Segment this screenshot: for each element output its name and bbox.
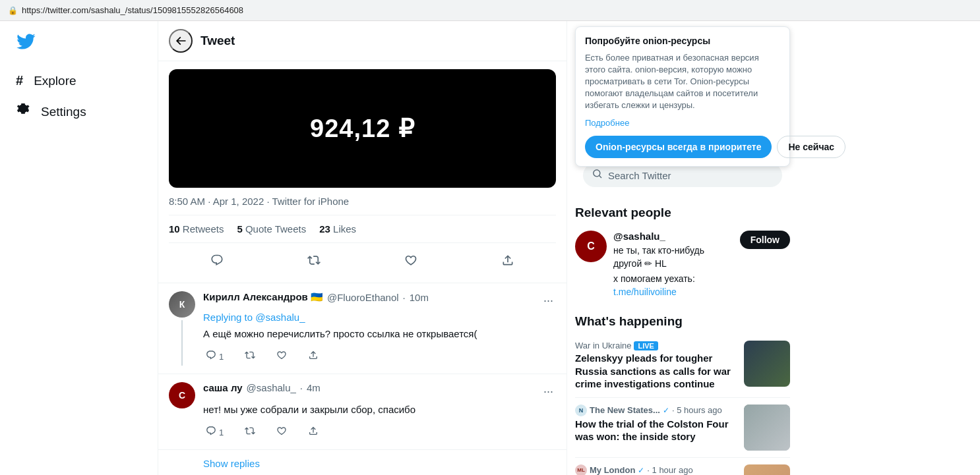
- search-bar[interactable]: [583, 163, 782, 187]
- tweet-main-area: 924,12 ₽ 8:50 AM · Apr 1, 2022 · Twitter…: [158, 61, 567, 283]
- quote-tweets-stat: 5 Quote Tweets: [237, 223, 306, 235]
- bio-link[interactable]: t.me/huilivoiline: [613, 287, 677, 297]
- reply-reply-kyrill[interactable]: 1: [203, 347, 226, 366]
- sidebar-settings-label: Settings: [41, 105, 86, 119]
- reply-item-sasha: С саша лу @sashalu_ · 4m ··· нет! мы уже…: [158, 374, 567, 450]
- like-button[interactable]: [399, 248, 423, 272]
- reply-more-kyrill[interactable]: ···: [541, 291, 556, 310]
- share-sasha[interactable]: [305, 423, 321, 441]
- trending-item-june-brown[interactable]: ML My London ✓ · 1 hour ago 💔 Tributes p…: [575, 458, 790, 475]
- right-profile-bio-1: не ты, так кто-нибудь другой ✏ HL: [613, 244, 733, 270]
- reply-more-sasha[interactable]: ···: [541, 382, 556, 401]
- retweet-button[interactable]: [302, 248, 326, 272]
- like-icon-kyrill: [276, 350, 287, 363]
- reply-button[interactable]: [205, 248, 229, 272]
- trending-colston-thumb: [744, 405, 790, 451]
- trending-june-content: ML My London ✓ · 1 hour ago 💔 Tributes p…: [575, 464, 790, 475]
- june-verified: ✓: [638, 466, 644, 475]
- retweet-kyrill[interactable]: [242, 347, 258, 366]
- right-profile-avatar: С: [575, 231, 607, 262]
- onion-banner: Попробуйте onion-ресурсы Есть более прив…: [575, 26, 790, 167]
- retweet-icon-kyrill: [245, 350, 255, 363]
- trending-ukraine-category: War in Ukraine LIVE: [575, 341, 739, 350]
- like-kyrill[interactable]: [274, 347, 290, 366]
- reply-time-kyrill: 10m: [410, 292, 429, 303]
- trending-item-ukraine[interactable]: War in Ukraine LIVE Zelenskyy pleads for…: [575, 334, 790, 398]
- reply-item-kyrill: К Кирилл Александров 🇺🇦 @FluoroEthanol ·…: [158, 283, 567, 374]
- show-replies-link[interactable]: Show replies: [158, 450, 567, 472]
- like-icon-sasha: [276, 426, 287, 439]
- colston-source-row: N The New States... ✓ · 5 hours ago: [575, 405, 739, 416]
- follow-button[interactable]: Follow: [740, 231, 790, 249]
- trending-june-thumb: [744, 464, 790, 475]
- reply-header-sasha: саша лу @sashalu_ · 4m ···: [203, 382, 556, 401]
- likes-stat: 23 Likes: [319, 223, 356, 235]
- likes-label: Likes: [333, 223, 356, 235]
- reply-name-sasha: саша лу: [203, 382, 243, 393]
- sidebar-item-settings[interactable]: Settings: [8, 96, 150, 128]
- june-source-row: ML My London ✓ · 1 hour ago: [575, 464, 739, 475]
- reply-handle-sasha: @sashalu_: [247, 382, 296, 393]
- tweet-amount: 924,12 ₽: [310, 114, 415, 143]
- reply-time-sasha: 4m: [307, 382, 321, 393]
- back-button[interactable]: [169, 29, 193, 53]
- right-profile-name: @sashalu_: [613, 231, 733, 242]
- reply-content-sasha: саша лу @sashalu_ · 4m ··· нет! мы уже с…: [203, 382, 556, 441]
- reply-icon-sasha: [206, 426, 216, 439]
- share-button[interactable]: [496, 248, 520, 272]
- tweet-stats: 10 Retweets 5 Quote Tweets 23 Likes: [169, 215, 556, 243]
- search-icon: [592, 169, 603, 182]
- trending-colston-text: N The New States... ✓ · 5 hours ago How …: [575, 405, 739, 443]
- colston-verified: ✓: [663, 406, 669, 415]
- sidebar-item-explore[interactable]: # Explore: [8, 67, 150, 95]
- right-profile-info: @sashalu_ не ты, так кто-нибудь другой ✏…: [613, 231, 733, 298]
- tweet-image: 924,12 ₽: [169, 69, 556, 188]
- trending-june-text: ML My London ✓ · 1 hour ago 💔 Tributes p…: [575, 464, 739, 475]
- onion-link[interactable]: Подробнее: [585, 117, 780, 129]
- thread-line: [181, 320, 183, 366]
- onion-body: Есть более приватная и безопасная версия…: [585, 52, 780, 112]
- sidebar-explore-label: Explore: [34, 74, 76, 88]
- reply-dot-sasha: ·: [300, 382, 303, 393]
- tweet-timestamp: 8:50 AM · Apr 1, 2022 · Twitter for iPho…: [169, 196, 556, 207]
- whats-happening-title: What's happening: [575, 309, 790, 334]
- onion-secondary-button[interactable]: Не сейчас: [777, 136, 845, 158]
- trending-item-colston[interactable]: N The New States... ✓ · 5 hours ago How …: [575, 398, 790, 458]
- explore-icon: #: [16, 73, 23, 88]
- quote-tweets-label: Quote Tweets: [245, 223, 306, 235]
- trending-colston-content: N The New States... ✓ · 5 hours ago How …: [575, 405, 790, 451]
- onion-primary-button[interactable]: Onion-ресурсы всегда в приоритете: [585, 136, 772, 158]
- right-panel: Попробуйте onion-ресурсы Есть более прив…: [567, 21, 798, 475]
- retweet-icon-sasha: [245, 426, 255, 439]
- reply-icon-kyrill: [206, 350, 216, 363]
- tweet-actions: [169, 246, 556, 275]
- avatar-sasha: С: [169, 382, 195, 408]
- browser-bar: 🔒 https://twitter.com/sashalu_/status/15…: [0, 0, 980, 21]
- retweet-sasha[interactable]: [242, 423, 258, 441]
- tweet-header: Tweet: [158, 21, 567, 61]
- right-rail-scroll: Relevant people С @sashalu_ не ты, так к…: [567, 153, 798, 475]
- reply-handle-kyrill: @FluoroEthanol: [327, 292, 399, 303]
- sidebar: # Explore Settings: [0, 21, 158, 475]
- replying-to-link-kyrill[interactable]: @sashalu_: [255, 312, 305, 323]
- share-kyrill[interactable]: [305, 347, 321, 366]
- reply-header-kyrill: Кирилл Александров 🇺🇦 @FluoroEthanol · 1…: [203, 291, 556, 310]
- likes-count: 23: [319, 223, 330, 235]
- thread-line-left-sasha: С: [169, 382, 195, 441]
- app-layout: # Explore Settings Tweet 924,12 ₽ 8:50 A…: [0, 21, 980, 475]
- twitter-logo[interactable]: [8, 26, 150, 67]
- search-input[interactable]: [608, 170, 773, 181]
- retweets-stat: 10 Retweets: [169, 223, 224, 235]
- relevant-people-title: Relevant people: [575, 200, 790, 225]
- like-sasha[interactable]: [274, 423, 290, 441]
- reply-reply-sasha[interactable]: 1: [203, 423, 226, 441]
- relevant-people-section: Relevant people С @sashalu_ не ты, так к…: [575, 200, 790, 301]
- main-content: Tweet 924,12 ₽ 8:50 AM · Apr 1, 2022 · T…: [158, 21, 567, 475]
- reply-name-kyrill: Кирилл Александров 🇺🇦: [203, 291, 323, 303]
- lock-icon: 🔒: [8, 6, 18, 15]
- june-source-name: My London: [590, 465, 635, 475]
- trending-ukraine-cat-label: War in Ukraine: [575, 341, 631, 350]
- settings-icon: [16, 103, 30, 121]
- retweets-label: Retweets: [183, 223, 224, 235]
- show-more-replies-link[interactable]: Show more replies: [158, 472, 567, 475]
